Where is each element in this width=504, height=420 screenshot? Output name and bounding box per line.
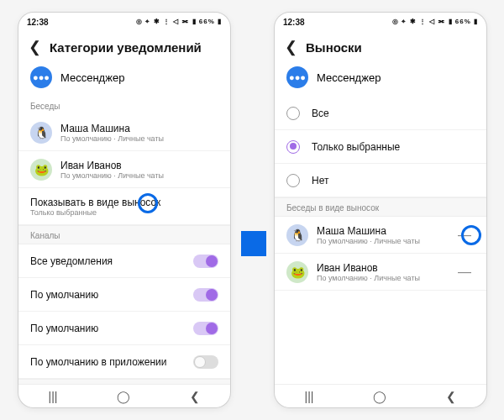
app-name: Мессенджер	[317, 71, 381, 84]
nav-home-icon[interactable]: ◯	[373, 390, 386, 403]
nav-bar: ||| ◯ ❮	[275, 384, 486, 407]
status-time: 12:38	[27, 18, 49, 27]
app-icon: ●●●	[30, 66, 52, 88]
app-icon: ●●●	[286, 66, 308, 88]
radio[interactable]	[286, 174, 300, 187]
remove-button[interactable]: —	[454, 228, 475, 243]
section-channels: Каналы	[18, 225, 230, 244]
section-convos: Беседы	[18, 97, 230, 114]
convo-sub: По умолчанию · Личные чаты	[317, 237, 454, 245]
arrow-connector	[241, 231, 266, 256]
radio[interactable]	[286, 107, 300, 120]
convo-sub: По умолчанию · Личные чаты	[60, 134, 218, 143]
radio-label: Нет	[312, 175, 328, 186]
bubble-setting-row[interactable]: Показывать в виде выносок Только выбранн…	[18, 188, 230, 225]
app-name: Мессенджер	[60, 71, 124, 84]
status-bar: 12:38 ◎ ⌖ ✱ ⋮ ◁ ⫘ ▮ 66% ▮	[18, 13, 230, 31]
phone-right: 12:38 ◎ ⌖ ✱ ⋮ ◁ ⫘ ▮ 66% ▮ ❮ Выноски ●●● …	[275, 13, 486, 407]
convo-name: Иван Иванов	[317, 262, 454, 274]
channel-label: По умолчанию	[30, 289, 193, 301]
convo-name: Иван Иванов	[60, 160, 218, 171]
list-item[interactable]: 🐸 Иван Иванов По умолчанию · Личные чаты…	[275, 254, 486, 291]
convo-name: Маша Машина	[60, 123, 218, 134]
app-row: ●●● Мессенджер	[18, 60, 230, 97]
back-icon[interactable]: ❮	[29, 39, 41, 55]
section-bubble-convos: Беседы в виде выносок	[275, 197, 486, 217]
radio-row[interactable]: Нет	[275, 164, 486, 197]
list-item[interactable]: По умолчанию	[18, 278, 230, 312]
list: 🐧 Маша Машина По умолчанию · Личные чаты…	[18, 114, 230, 384]
nav-recent-icon[interactable]: |||	[305, 390, 314, 403]
page-title: Категории уведомлений	[50, 40, 202, 55]
list-item[interactable]: 🐧 Маша Машина По умолчанию · Личные чаты…	[275, 217, 486, 254]
convo-sub: По умолчанию · Личные чаты	[60, 171, 218, 180]
convo-name: Маша Машина	[317, 225, 454, 237]
remove-button[interactable]: —	[454, 265, 475, 280]
status-time: 12:38	[283, 18, 305, 27]
status-icons: ◎ ⌖ ✱ ⋮ ◁ ⫘ ▮ 66% ▮	[136, 18, 222, 26]
nav-bar: ||| ◯ ❮	[18, 384, 230, 407]
toggle[interactable]	[193, 255, 218, 268]
toggle[interactable]	[193, 288, 218, 302]
phone-left: 12:38 ◎ ⌖ ✱ ⋮ ◁ ⫘ ▮ 66% ▮ ❮ Категории ув…	[18, 13, 230, 407]
bubble-sub: Только выбранные	[30, 208, 218, 217]
header: ❮ Выноски	[275, 31, 486, 60]
nav-home-icon[interactable]: ◯	[117, 390, 130, 403]
app-row: ●●● Мессенджер	[275, 60, 486, 97]
status-icons: ◎ ⌖ ✱ ⋮ ◁ ⫘ ▮ 66% ▮	[392, 18, 478, 26]
radio-label: Только выбранные	[312, 141, 400, 153]
list-item[interactable]: Все уведомления	[18, 244, 230, 278]
bubble-title: Показывать в виде выносок	[30, 197, 218, 208]
avatar: 🐸	[286, 261, 308, 283]
list-item[interactable]: 🐸 Иван Иванов По умолчанию · Личные чаты	[18, 151, 230, 188]
channel-label: По умолчанию	[30, 323, 193, 334]
convo-sub: По умолчанию · Личные чаты	[317, 274, 454, 282]
back-icon[interactable]: ❮	[285, 39, 297, 55]
radio-row[interactable]: Только выбранные	[275, 130, 486, 164]
nav-recent-icon[interactable]: |||	[49, 390, 58, 403]
radio-row[interactable]: Все	[275, 97, 486, 130]
nav-back-icon[interactable]: ❮	[446, 390, 456, 403]
channel-label: Все уведомления	[30, 255, 193, 267]
spacer	[275, 291, 486, 384]
radio[interactable]	[286, 140, 300, 154]
channel-label: По умолчанию в приложении	[30, 356, 193, 368]
page-title: Выноски	[306, 40, 362, 55]
status-bar: 12:38 ◎ ⌖ ✱ ⋮ ◁ ⫘ ▮ 66% ▮	[275, 13, 486, 31]
list-item[interactable]: По умолчанию	[18, 312, 230, 345]
list-item[interactable]: По умолчанию в приложении	[18, 345, 230, 379]
toggle[interactable]	[193, 322, 218, 335]
header: ❮ Категории уведомлений	[18, 31, 230, 60]
list-item[interactable]: 🐧 Маша Машина По умолчанию · Личные чаты	[18, 114, 230, 151]
avatar: 🐧	[286, 224, 308, 246]
nav-back-icon[interactable]: ❮	[190, 390, 200, 403]
toggle[interactable]	[193, 355, 218, 369]
avatar: 🐸	[30, 159, 52, 181]
radio-label: Все	[312, 108, 329, 119]
avatar: 🐧	[30, 122, 52, 144]
